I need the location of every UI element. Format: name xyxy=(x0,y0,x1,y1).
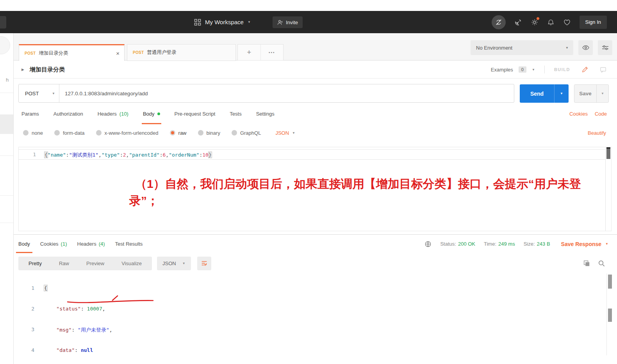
environment-settings-button[interactable] xyxy=(598,40,612,55)
body-type-form-data[interactable]: form-data xyxy=(54,130,85,136)
send-button[interactable]: Send ▼ xyxy=(520,84,569,103)
line-number: 2 xyxy=(14,306,34,315)
tab-params[interactable]: Params xyxy=(21,103,39,124)
scrollbar-thumb[interactable] xyxy=(608,275,612,289)
bell-icon[interactable] xyxy=(547,18,555,26)
settings-gear-button[interactable] xyxy=(531,18,539,26)
radio-icon xyxy=(96,130,102,136)
response-format-selector[interactable]: JSON ▼ xyxy=(157,257,191,270)
line-content: { xyxy=(44,285,47,294)
wrap-lines-button[interactable] xyxy=(197,257,211,270)
sidebar-divider xyxy=(0,223,14,223)
body-type-x-www-form-urlencoded[interactable]: x-www-form-urlencoded xyxy=(96,130,159,136)
scrollbar-thumb[interactable] xyxy=(606,149,610,159)
red-annotation-text: （1）自然，我们启动项目后，如果直接调用【增加目标分类】接口，会提示“用户未登录… xyxy=(129,175,588,209)
search-icon[interactable] xyxy=(598,260,605,267)
body-type-binary[interactable]: binary xyxy=(198,130,220,136)
send-options-caret[interactable]: ▼ xyxy=(554,84,569,103)
request-links: Cookies Code xyxy=(569,103,617,124)
tab-authorization[interactable]: Authorization xyxy=(53,103,83,124)
code-link[interactable]: Code xyxy=(595,111,607,117)
save-button[interactable]: Save ▼ xyxy=(574,84,609,103)
view-mode-pretty[interactable]: Pretty xyxy=(20,257,50,270)
radio-label: binary xyxy=(207,130,220,136)
radio-label: x-www-form-urlencoded xyxy=(105,130,159,136)
url-input[interactable]: 127.0.0.1:8083/admin/category/add xyxy=(59,84,514,102)
close-icon[interactable]: × xyxy=(115,50,120,57)
copy-icon[interactable] xyxy=(583,260,590,267)
line-number: 3 xyxy=(14,327,34,335)
tab-headers[interactable]: Headers (10) xyxy=(98,103,128,124)
time-label: Time: xyxy=(484,241,496,247)
more-tabs-button[interactable]: ••• xyxy=(261,45,284,60)
body-type-raw[interactable]: raw xyxy=(170,130,187,136)
response-toolbar: Pretty Raw Preview Visualize JSON ▼ xyxy=(14,253,617,273)
tab-tests[interactable]: Tests xyxy=(230,103,241,124)
examples-label[interactable]: Examples xyxy=(491,67,513,73)
workspace-switcher[interactable]: My Workspace ▼ xyxy=(194,11,251,33)
sidebar-divider xyxy=(0,155,14,156)
tab-label: Tests xyxy=(230,111,241,117)
view-mode-raw[interactable]: Raw xyxy=(50,257,78,270)
response-tab-body[interactable]: Body xyxy=(18,235,30,253)
collapse-caret-icon[interactable]: ▶ xyxy=(21,68,24,71)
sidebar-partial-text: h xyxy=(6,77,9,83)
globe-icon[interactable] xyxy=(424,241,432,248)
response-tab-cookies[interactable]: Cookies (1) xyxy=(40,235,67,253)
scrollbar-thumb[interactable] xyxy=(608,309,612,322)
request-body-editor[interactable]: 1 {"name":"测试类别1","type":2,"parentId":6,… xyxy=(18,147,612,231)
eye-icon xyxy=(582,44,590,52)
response-body-viewer[interactable]: 1 { 2 "status": 10007, 3 "msg": "用户未登录",… xyxy=(14,273,603,364)
sidebar-selected-row-partial[interactable] xyxy=(0,114,14,134)
method-selector[interactable]: POST ▼ xyxy=(19,84,59,102)
save-options-caret[interactable]: ▼ xyxy=(596,85,608,102)
sidebar-pill-partial[interactable] xyxy=(0,36,10,54)
environment-quick-look-button[interactable] xyxy=(578,40,593,55)
tab-count: (10) xyxy=(119,111,128,117)
red-underline-annotation xyxy=(66,295,155,305)
workspace-grid-icon xyxy=(194,19,201,26)
body-format-selector[interactable]: JSON ▼ xyxy=(275,130,295,136)
size-value: 243 B xyxy=(537,241,550,247)
pencil-icon[interactable] xyxy=(581,66,588,73)
tab-tools: + ••• xyxy=(237,44,284,61)
request-tab-inactive[interactable]: POST 普通用户登录 xyxy=(127,44,236,61)
environment-selected: No Environment xyxy=(476,45,512,51)
tab-label: Cookies xyxy=(40,241,59,247)
tab-settings[interactable]: Settings xyxy=(256,103,275,124)
view-mode-visualize[interactable]: Visualize xyxy=(113,257,150,270)
response-tab-test-results[interactable]: Test Results xyxy=(115,235,143,253)
sync-off-button[interactable] xyxy=(492,15,506,29)
body-type-graphql[interactable]: GraphQL xyxy=(232,130,261,136)
sign-in-button[interactable]: Sign In xyxy=(580,16,607,29)
save-response-button[interactable]: Save Response ▼ xyxy=(561,241,608,247)
tab-label: Params xyxy=(21,111,39,117)
format-value: JSON xyxy=(275,130,289,136)
heart-icon[interactable] xyxy=(563,18,571,26)
editor-code-line[interactable]: {"name":"测试类别1","type":2,"parentId":6,"o… xyxy=(45,152,212,159)
cookies-link[interactable]: Cookies xyxy=(569,111,588,117)
editor-scrollbar[interactable] xyxy=(605,147,611,231)
tab-body[interactable]: Body xyxy=(143,103,160,124)
notification-dot xyxy=(536,17,540,20)
response-tools xyxy=(583,260,617,267)
body-type-none[interactable]: none xyxy=(23,130,43,136)
comment-icon[interactable] xyxy=(599,66,607,73)
tab-label: Pre-request Script xyxy=(175,111,216,117)
response-scrollbar[interactable] xyxy=(606,273,612,355)
response-code-line: 3 "msg": "用户未登录", xyxy=(14,327,603,335)
invite-button[interactable]: Invite xyxy=(273,16,303,28)
tab-pre-request-script[interactable]: Pre-request Script xyxy=(175,103,216,124)
chevron-down-icon[interactable]: ▼ xyxy=(532,68,535,71)
method-value: POST xyxy=(25,91,39,96)
new-tab-button[interactable]: + xyxy=(238,45,261,60)
request-tab-active[interactable]: POST 增加目录分类 × xyxy=(19,44,125,61)
satellite-icon[interactable] xyxy=(514,18,522,26)
beautify-link[interactable]: Beautify xyxy=(588,130,617,136)
tab-title: 增加目录分类 xyxy=(39,50,115,57)
view-mode-preview[interactable]: Preview xyxy=(78,257,113,270)
environment-selector[interactable]: No Environment ▼ xyxy=(471,40,573,55)
build-label: BUILD xyxy=(554,67,570,72)
response-tab-headers[interactable]: Headers (4) xyxy=(77,235,105,253)
tab-label: Body xyxy=(143,111,155,117)
